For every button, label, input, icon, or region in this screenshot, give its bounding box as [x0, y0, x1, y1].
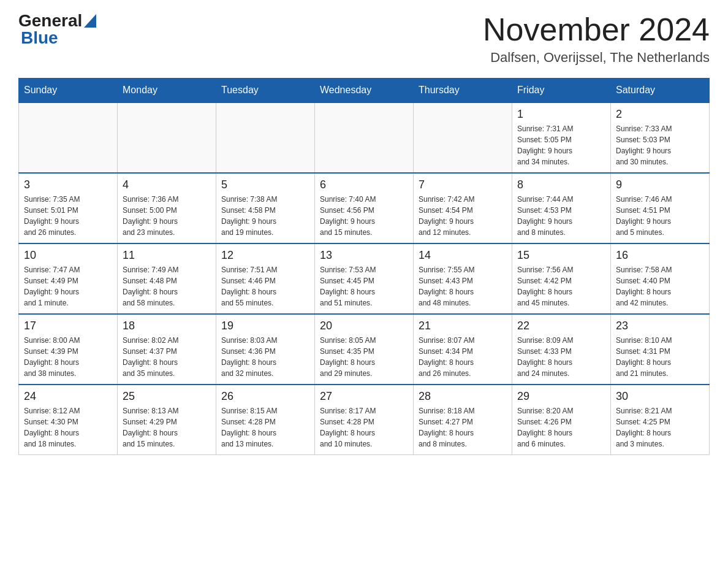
page-header: General Blue November 2024 Dalfsen, Over…	[18, 12, 710, 66]
calendar-cell	[216, 102, 315, 173]
day-number: 25	[123, 390, 211, 403]
calendar-cell	[414, 102, 512, 173]
calendar-day-header: Thursday	[414, 79, 512, 103]
calendar-cell: 5Sunrise: 7:38 AMSunset: 4:58 PMDaylight…	[216, 173, 315, 243]
calendar-cell: 23Sunrise: 8:10 AMSunset: 4:31 PMDayligh…	[611, 314, 710, 385]
day-info: Sunrise: 7:58 AMSunset: 4:40 PMDaylight:…	[616, 264, 704, 308]
day-number: 28	[419, 390, 507, 403]
location-title: Dalfsen, Overijssel, The Netherlands	[483, 50, 710, 66]
calendar-cell: 7Sunrise: 7:42 AMSunset: 4:54 PMDaylight…	[414, 173, 512, 243]
day-number: 24	[24, 390, 112, 403]
day-number: 20	[320, 320, 408, 332]
calendar-cell: 14Sunrise: 7:55 AMSunset: 4:43 PMDayligh…	[414, 243, 512, 314]
calendar-cell: 15Sunrise: 7:56 AMSunset: 4:42 PMDayligh…	[512, 243, 611, 314]
day-info: Sunrise: 8:09 AMSunset: 4:33 PMDaylight:…	[517, 335, 605, 379]
day-number: 12	[221, 249, 309, 262]
day-number: 15	[517, 249, 605, 262]
month-title: November 2024	[483, 12, 710, 47]
calendar-day-header: Friday	[512, 79, 611, 103]
calendar-cell	[118, 102, 216, 173]
logo: General Blue	[18, 12, 96, 47]
calendar-cell: 8Sunrise: 7:44 AMSunset: 4:53 PMDaylight…	[512, 173, 611, 243]
week-row: 3Sunrise: 7:35 AMSunset: 5:01 PMDaylight…	[19, 173, 710, 243]
week-row: 10Sunrise: 7:47 AMSunset: 4:49 PMDayligh…	[19, 243, 710, 314]
day-info: Sunrise: 7:46 AMSunset: 4:51 PMDaylight:…	[616, 194, 704, 238]
day-info: Sunrise: 7:31 AMSunset: 5:05 PMDaylight:…	[517, 123, 605, 167]
day-info: Sunrise: 8:12 AMSunset: 4:30 PMDaylight:…	[24, 405, 112, 450]
calendar-cell: 13Sunrise: 7:53 AMSunset: 4:45 PMDayligh…	[315, 243, 414, 314]
title-block: November 2024 Dalfsen, Overijssel, The N…	[483, 12, 710, 66]
calendar-cell: 28Sunrise: 8:18 AMSunset: 4:27 PMDayligh…	[414, 385, 512, 455]
day-number: 3	[24, 178, 112, 191]
calendar-table: SundayMondayTuesdayWednesdayThursdayFrid…	[18, 78, 710, 455]
day-number: 30	[616, 390, 704, 403]
day-number: 2	[616, 108, 704, 121]
day-number: 4	[123, 178, 211, 191]
day-info: Sunrise: 8:02 AMSunset: 4:37 PMDaylight:…	[123, 335, 211, 379]
calendar-day-header: Wednesday	[315, 79, 414, 103]
calendar-cell: 12Sunrise: 7:51 AMSunset: 4:46 PMDayligh…	[216, 243, 315, 314]
calendar-cell: 19Sunrise: 8:03 AMSunset: 4:36 PMDayligh…	[216, 314, 315, 385]
week-row: 1Sunrise: 7:31 AMSunset: 5:05 PMDaylight…	[19, 102, 710, 173]
day-info: Sunrise: 8:03 AMSunset: 4:36 PMDaylight:…	[221, 335, 309, 379]
day-number: 17	[24, 320, 112, 332]
calendar-cell: 9Sunrise: 7:46 AMSunset: 4:51 PMDaylight…	[611, 173, 710, 243]
day-info: Sunrise: 7:36 AMSunset: 5:00 PMDaylight:…	[123, 194, 211, 238]
day-number: 16	[616, 249, 704, 262]
day-info: Sunrise: 8:07 AMSunset: 4:34 PMDaylight:…	[419, 335, 507, 379]
day-info: Sunrise: 7:40 AMSunset: 4:56 PMDaylight:…	[320, 194, 408, 238]
calendar-cell: 30Sunrise: 8:21 AMSunset: 4:25 PMDayligh…	[611, 385, 710, 455]
day-info: Sunrise: 7:38 AMSunset: 4:58 PMDaylight:…	[221, 194, 309, 238]
logo-general-text: General	[18, 12, 82, 29]
calendar-day-header: Saturday	[611, 79, 710, 103]
calendar-cell: 4Sunrise: 7:36 AMSunset: 5:00 PMDaylight…	[118, 173, 216, 243]
day-number: 26	[221, 390, 309, 403]
calendar-cell: 17Sunrise: 8:00 AMSunset: 4:39 PMDayligh…	[19, 314, 118, 385]
day-info: Sunrise: 8:17 AMSunset: 4:28 PMDaylight:…	[320, 405, 408, 450]
day-info: Sunrise: 7:49 AMSunset: 4:48 PMDaylight:…	[123, 264, 211, 308]
day-number: 27	[320, 390, 408, 403]
day-number: 9	[616, 178, 704, 191]
day-info: Sunrise: 8:10 AMSunset: 4:31 PMDaylight:…	[616, 335, 704, 379]
day-info: Sunrise: 8:15 AMSunset: 4:28 PMDaylight:…	[221, 405, 309, 450]
day-number: 21	[419, 320, 507, 332]
day-number: 6	[320, 178, 408, 191]
calendar-cell: 6Sunrise: 7:40 AMSunset: 4:56 PMDaylight…	[315, 173, 414, 243]
calendar-cell: 11Sunrise: 7:49 AMSunset: 4:48 PMDayligh…	[118, 243, 216, 314]
calendar-day-header: Tuesday	[216, 79, 315, 103]
calendar-cell: 10Sunrise: 7:47 AMSunset: 4:49 PMDayligh…	[19, 243, 118, 314]
day-number: 19	[221, 320, 309, 332]
calendar-cell: 24Sunrise: 8:12 AMSunset: 4:30 PMDayligh…	[19, 385, 118, 455]
day-info: Sunrise: 8:20 AMSunset: 4:26 PMDaylight:…	[517, 405, 605, 450]
calendar-cell: 29Sunrise: 8:20 AMSunset: 4:26 PMDayligh…	[512, 385, 611, 455]
day-info: Sunrise: 7:53 AMSunset: 4:45 PMDaylight:…	[320, 264, 408, 308]
day-number: 7	[419, 178, 507, 191]
day-info: Sunrise: 7:35 AMSunset: 5:01 PMDaylight:…	[24, 194, 112, 238]
logo-blue-text: Blue	[21, 29, 96, 47]
day-info: Sunrise: 8:05 AMSunset: 4:35 PMDaylight:…	[320, 335, 408, 379]
calendar-day-header: Monday	[118, 79, 216, 103]
day-number: 11	[123, 249, 211, 262]
day-number: 14	[419, 249, 507, 262]
day-number: 5	[221, 178, 309, 191]
calendar-cell: 2Sunrise: 7:33 AMSunset: 5:03 PMDaylight…	[611, 102, 710, 173]
week-row: 17Sunrise: 8:00 AMSunset: 4:39 PMDayligh…	[19, 314, 710, 385]
day-number: 29	[517, 390, 605, 403]
calendar-cell: 25Sunrise: 8:13 AMSunset: 4:29 PMDayligh…	[118, 385, 216, 455]
calendar-cell: 3Sunrise: 7:35 AMSunset: 5:01 PMDaylight…	[19, 173, 118, 243]
day-info: Sunrise: 7:44 AMSunset: 4:53 PMDaylight:…	[517, 194, 605, 238]
day-info: Sunrise: 8:00 AMSunset: 4:39 PMDaylight:…	[24, 335, 112, 379]
calendar-cell: 22Sunrise: 8:09 AMSunset: 4:33 PMDayligh…	[512, 314, 611, 385]
calendar-day-header: Sunday	[19, 79, 118, 103]
day-number: 8	[517, 178, 605, 191]
calendar-cell: 16Sunrise: 7:58 AMSunset: 4:40 PMDayligh…	[611, 243, 710, 314]
day-number: 10	[24, 249, 112, 262]
day-info: Sunrise: 7:56 AMSunset: 4:42 PMDaylight:…	[517, 264, 605, 308]
calendar-cell: 18Sunrise: 8:02 AMSunset: 4:37 PMDayligh…	[118, 314, 216, 385]
day-number: 13	[320, 249, 408, 262]
day-info: Sunrise: 8:21 AMSunset: 4:25 PMDaylight:…	[616, 405, 704, 450]
calendar-header-row: SundayMondayTuesdayWednesdayThursdayFrid…	[19, 79, 710, 103]
day-info: Sunrise: 7:47 AMSunset: 4:49 PMDaylight:…	[24, 264, 112, 308]
day-number: 1	[517, 108, 605, 121]
svg-marker-0	[84, 14, 96, 28]
